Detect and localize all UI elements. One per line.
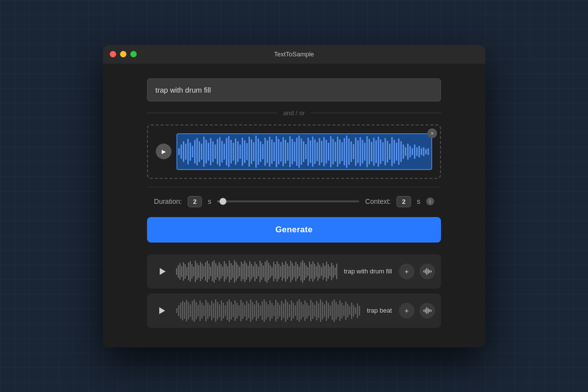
play-audio-button[interactable]: ▶ xyxy=(156,144,172,159)
svg-rect-305 xyxy=(351,302,352,319)
svg-rect-216 xyxy=(178,305,179,316)
audio-dropzone[interactable]: × ▶ xyxy=(147,124,441,179)
close-button[interactable] xyxy=(110,51,116,57)
svg-rect-250 xyxy=(244,305,245,317)
svg-rect-22 xyxy=(228,136,230,167)
svg-rect-221 xyxy=(188,302,189,319)
add-result-2-button[interactable]: + xyxy=(399,303,415,318)
svg-rect-37 xyxy=(262,144,264,159)
svg-rect-184 xyxy=(297,264,298,279)
svg-rect-128 xyxy=(202,264,203,279)
duration-slider[interactable] xyxy=(217,200,359,202)
play-result-2-button[interactable] xyxy=(153,302,171,319)
svg-rect-154 xyxy=(246,263,247,280)
svg-rect-31 xyxy=(248,136,250,167)
info-icon[interactable]: i xyxy=(426,197,434,205)
minimize-button[interactable] xyxy=(120,51,126,57)
result-label-2: trap beat xyxy=(367,307,392,314)
svg-rect-165 xyxy=(265,262,266,281)
svg-rect-65 xyxy=(325,140,327,163)
svg-rect-245 xyxy=(235,300,236,321)
svg-rect-247 xyxy=(238,305,239,316)
svg-rect-265 xyxy=(273,305,274,316)
generate-button[interactable]: Generate xyxy=(147,217,441,243)
svg-rect-302 xyxy=(345,301,346,320)
svg-rect-258 xyxy=(260,305,261,316)
svg-rect-267 xyxy=(277,302,278,319)
add-result-1-button[interactable]: + xyxy=(399,264,415,279)
svg-rect-181 xyxy=(292,263,293,280)
svg-rect-117 xyxy=(183,262,184,281)
svg-rect-298 xyxy=(338,304,339,317)
svg-rect-229 xyxy=(203,305,204,316)
svg-rect-259 xyxy=(262,301,263,320)
svg-rect-105 xyxy=(416,147,417,156)
svg-rect-118 xyxy=(185,264,186,279)
svg-rect-262 xyxy=(268,304,269,317)
svg-rect-215 xyxy=(176,308,177,313)
svg-rect-301 xyxy=(343,305,344,316)
svg-rect-3 xyxy=(185,143,187,159)
svg-rect-272 xyxy=(287,302,288,319)
svg-rect-196 xyxy=(318,262,318,281)
svg-rect-40 xyxy=(269,136,270,167)
waveform-result-1-button[interactable] xyxy=(419,264,435,279)
svg-rect-108 xyxy=(423,147,424,156)
svg-rect-13 xyxy=(208,143,209,161)
svg-rect-194 xyxy=(314,264,315,279)
svg-rect-145 xyxy=(231,263,232,280)
svg-rect-142 xyxy=(225,264,226,279)
svg-rect-0 xyxy=(178,148,180,155)
svg-rect-102 xyxy=(410,146,411,157)
svg-rect-98 xyxy=(400,141,402,162)
svg-rect-12 xyxy=(205,140,207,163)
svg-rect-178 xyxy=(287,264,288,279)
svg-rect-264 xyxy=(271,303,272,318)
result-label-1: trap with drum fill xyxy=(344,268,392,275)
svg-rect-311 xyxy=(425,309,426,313)
svg-rect-282 xyxy=(306,303,307,318)
svg-rect-99 xyxy=(403,144,404,158)
svg-rect-210 xyxy=(426,268,427,275)
svg-rect-85 xyxy=(371,142,372,162)
svg-rect-88 xyxy=(378,136,379,167)
svg-rect-6 xyxy=(192,146,194,157)
svg-rect-7 xyxy=(194,140,196,163)
svg-rect-314 xyxy=(429,309,430,312)
svg-rect-71 xyxy=(339,139,341,164)
plus-icon-1: + xyxy=(405,267,409,275)
svg-rect-174 xyxy=(280,266,281,277)
play-result-1-button[interactable] xyxy=(153,263,171,280)
svg-rect-223 xyxy=(192,301,193,320)
svg-rect-185 xyxy=(299,267,300,276)
text-prompt-input[interactable] xyxy=(147,78,441,101)
svg-rect-57 xyxy=(307,137,309,166)
svg-rect-290 xyxy=(322,302,323,319)
svg-rect-269 xyxy=(281,301,282,320)
waveform-display-blue xyxy=(176,133,432,170)
svg-rect-36 xyxy=(260,141,261,162)
context-value[interactable]: 2 xyxy=(396,196,411,207)
svg-rect-153 xyxy=(244,261,245,282)
svg-rect-139 xyxy=(220,264,221,279)
svg-rect-155 xyxy=(247,266,248,277)
svg-rect-257 xyxy=(258,303,259,318)
svg-rect-266 xyxy=(275,300,276,321)
svg-rect-295 xyxy=(332,301,333,320)
svg-rect-306 xyxy=(353,305,354,317)
fullscreen-button[interactable] xyxy=(130,51,137,57)
svg-rect-161 xyxy=(258,267,259,276)
svg-rect-90 xyxy=(382,142,384,161)
waveform-result-2-button[interactable] xyxy=(419,303,435,318)
duration-value[interactable]: 2 xyxy=(188,196,202,207)
svg-rect-124 xyxy=(195,261,196,282)
svg-rect-87 xyxy=(375,140,377,163)
waveform-icon-1 xyxy=(423,267,432,276)
context-label: Context: xyxy=(365,197,391,205)
svg-rect-307 xyxy=(355,307,356,314)
svg-rect-38 xyxy=(265,137,266,166)
svg-rect-205 xyxy=(333,265,334,278)
close-audio-button[interactable]: × xyxy=(427,128,437,138)
svg-rect-131 xyxy=(207,261,208,282)
svg-rect-276 xyxy=(294,305,295,316)
